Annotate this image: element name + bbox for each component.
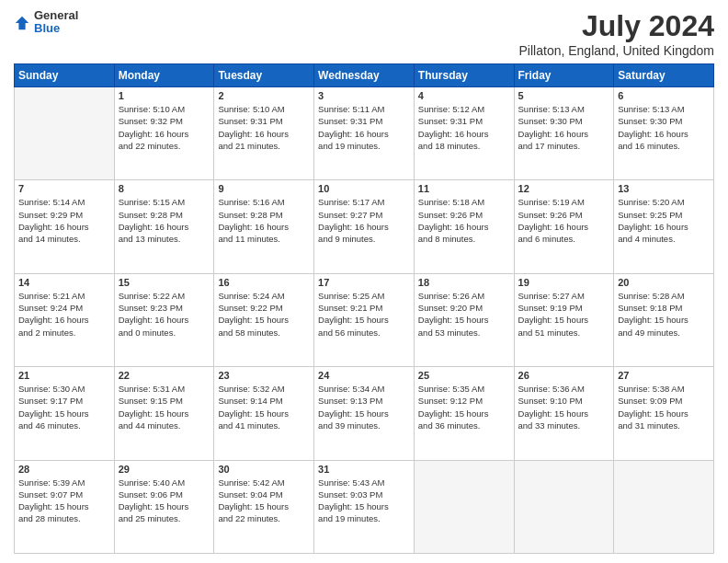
calendar-cell-w4d1: 29Sunrise: 5:40 AMSunset: 9:06 PMDayligh… — [114, 460, 214, 553]
day-number: 9 — [218, 183, 310, 194]
calendar-week-0: 1Sunrise: 5:10 AMSunset: 9:32 PMDaylight… — [15, 87, 714, 180]
cell-text-line: Sunset: 9:12 PM — [418, 395, 510, 407]
header: General Blue July 2024 Pillaton, England… — [14, 9, 714, 58]
cell-text-line: Sunrise: 5:17 AM — [318, 196, 410, 208]
cell-text-line: and 28 minutes. — [18, 512, 110, 524]
day-header-friday: Friday — [514, 64, 614, 87]
month-title: July 2024 — [519, 9, 714, 43]
cell-text-line: and 0 minutes. — [119, 327, 210, 339]
day-number: 24 — [318, 370, 410, 381]
cell-text-line: Sunrise: 5:26 AM — [418, 290, 510, 302]
cell-text-line: Sunset: 9:18 PM — [618, 302, 710, 314]
cell-text-line: Sunset: 9:25 PM — [618, 209, 710, 221]
day-number: 21 — [18, 370, 110, 381]
calendar-cell-w2d6: 20Sunrise: 5:28 AMSunset: 9:18 PMDayligh… — [614, 273, 714, 366]
logo-text: General Blue — [34, 9, 78, 36]
cell-text-line: Sunrise: 5:34 AM — [318, 383, 410, 395]
cell-text-line: Sunset: 9:31 PM — [218, 115, 310, 127]
cell-text-line: and 39 minutes. — [318, 419, 410, 431]
cell-text-line: Sunset: 9:04 PM — [218, 488, 310, 500]
calendar-cell-w2d3: 17Sunrise: 5:25 AMSunset: 9:21 PMDayligh… — [314, 273, 415, 366]
calendar-cell-w4d4 — [414, 460, 514, 553]
cell-text-line: Daylight: 15 hours — [318, 314, 410, 326]
cell-text-line: Sunrise: 5:16 AM — [218, 196, 310, 208]
cell-text-line: Daylight: 15 hours — [318, 500, 410, 512]
calendar-cell-w3d1: 22Sunrise: 5:31 AMSunset: 9:15 PMDayligh… — [114, 367, 214, 460]
day-number: 4 — [418, 90, 510, 101]
cell-text-line: Daylight: 16 hours — [318, 128, 410, 140]
calendar-week-1: 7Sunrise: 5:14 AMSunset: 9:29 PMDaylight… — [15, 180, 714, 273]
cell-text-line: and 6 minutes. — [518, 233, 610, 245]
cell-text-line: Sunset: 9:27 PM — [318, 209, 410, 221]
cell-text-line: Sunset: 9:14 PM — [218, 395, 310, 407]
cell-text-line: Sunrise: 5:30 AM — [18, 383, 110, 395]
cell-text-line: Sunset: 9:07 PM — [18, 488, 110, 500]
cell-text-line: and 17 minutes. — [518, 140, 610, 152]
calendar-cell-w1d3: 10Sunrise: 5:17 AMSunset: 9:27 PMDayligh… — [314, 180, 415, 273]
cell-text-line: Sunrise: 5:25 AM — [318, 290, 410, 302]
svg-marker-0 — [16, 17, 28, 29]
cell-text-line: Daylight: 16 hours — [618, 221, 710, 233]
day-number: 5 — [518, 90, 610, 101]
cell-text-line: and 56 minutes. — [318, 327, 410, 339]
cell-text-line: and 9 minutes. — [318, 233, 410, 245]
cell-text-line: Sunset: 9:28 PM — [119, 209, 210, 221]
calendar-cell-w1d5: 12Sunrise: 5:19 AMSunset: 9:26 PMDayligh… — [514, 180, 614, 273]
calendar-cell-w3d3: 24Sunrise: 5:34 AMSunset: 9:13 PMDayligh… — [314, 367, 415, 460]
calendar-cell-w2d4: 18Sunrise: 5:26 AMSunset: 9:20 PMDayligh… — [414, 273, 514, 366]
cell-text-line: Daylight: 15 hours — [18, 408, 110, 419]
calendar-cell-w0d4: 4Sunrise: 5:12 AMSunset: 9:31 PMDaylight… — [414, 87, 514, 180]
cell-text-line: and 16 minutes. — [618, 140, 710, 152]
subtitle: Pillaton, England, United Kingdom — [519, 43, 714, 58]
cell-text-line: Sunrise: 5:12 AM — [418, 103, 510, 115]
cell-text-line: Sunrise: 5:20 AM — [618, 196, 710, 208]
calendar: SundayMondayTuesdayWednesdayThursdayFrid… — [14, 63, 714, 554]
calendar-cell-w2d5: 19Sunrise: 5:27 AMSunset: 9:19 PMDayligh… — [514, 273, 614, 366]
day-number: 8 — [119, 183, 210, 194]
calendar-week-3: 21Sunrise: 5:30 AMSunset: 9:17 PMDayligh… — [15, 367, 714, 460]
calendar-cell-w1d0: 7Sunrise: 5:14 AMSunset: 9:29 PMDaylight… — [15, 180, 115, 273]
cell-text-line: Sunrise: 5:21 AM — [18, 290, 110, 302]
day-number: 18 — [418, 277, 510, 288]
calendar-cell-w1d2: 9Sunrise: 5:16 AMSunset: 9:28 PMDaylight… — [214, 180, 314, 273]
cell-text-line: and 22 minutes. — [218, 512, 310, 524]
cell-text-line: Sunrise: 5:19 AM — [518, 196, 610, 208]
cell-text-line: Sunset: 9:09 PM — [618, 395, 710, 407]
cell-text-line: Sunrise: 5:31 AM — [119, 383, 210, 395]
calendar-cell-w3d6: 27Sunrise: 5:38 AMSunset: 9:09 PMDayligh… — [614, 367, 714, 460]
calendar-cell-w4d3: 31Sunrise: 5:43 AMSunset: 9:03 PMDayligh… — [314, 460, 415, 553]
day-number: 29 — [119, 464, 210, 475]
cell-text-line: Daylight: 16 hours — [618, 128, 710, 140]
day-header-thursday: Thursday — [414, 64, 514, 87]
cell-text-line: Sunset: 9:26 PM — [518, 209, 610, 221]
cell-text-line: Sunrise: 5:28 AM — [618, 290, 710, 302]
cell-text-line: Daylight: 16 hours — [119, 221, 210, 233]
day-number: 31 — [318, 464, 410, 475]
calendar-cell-w2d0: 14Sunrise: 5:21 AMSunset: 9:24 PMDayligh… — [15, 273, 115, 366]
cell-text-line: Daylight: 15 hours — [618, 314, 710, 326]
cell-text-line: Sunset: 9:28 PM — [218, 209, 310, 221]
cell-text-line: Sunrise: 5:18 AM — [418, 196, 510, 208]
cell-text-line: Sunset: 9:20 PM — [418, 302, 510, 314]
logo-icon — [14, 15, 30, 31]
cell-text-line: Daylight: 16 hours — [18, 221, 110, 233]
cell-text-line: Sunrise: 5:43 AM — [318, 477, 410, 488]
cell-text-line: Daylight: 15 hours — [518, 408, 610, 419]
cell-text-line: Daylight: 16 hours — [18, 314, 110, 326]
cell-text-line: Daylight: 15 hours — [418, 408, 510, 419]
calendar-week-2: 14Sunrise: 5:21 AMSunset: 9:24 PMDayligh… — [15, 273, 714, 366]
cell-text-line: Sunrise: 5:35 AM — [418, 383, 510, 395]
cell-text-line: Daylight: 16 hours — [119, 128, 210, 140]
day-number: 23 — [218, 370, 310, 381]
cell-text-line: Sunrise: 5:42 AM — [218, 477, 310, 488]
cell-text-line: and 19 minutes. — [318, 140, 410, 152]
cell-text-line: and 14 minutes. — [18, 233, 110, 245]
cell-text-line: and 18 minutes. — [418, 140, 510, 152]
calendar-cell-w4d5 — [514, 460, 614, 553]
cell-text-line: Daylight: 16 hours — [218, 221, 310, 233]
cell-text-line: Daylight: 16 hours — [518, 221, 610, 233]
day-number: 6 — [618, 90, 710, 101]
day-header-wednesday: Wednesday — [314, 64, 415, 87]
calendar-cell-w1d1: 8Sunrise: 5:15 AMSunset: 9:28 PMDaylight… — [114, 180, 214, 273]
cell-text-line: Sunrise: 5:14 AM — [18, 196, 110, 208]
